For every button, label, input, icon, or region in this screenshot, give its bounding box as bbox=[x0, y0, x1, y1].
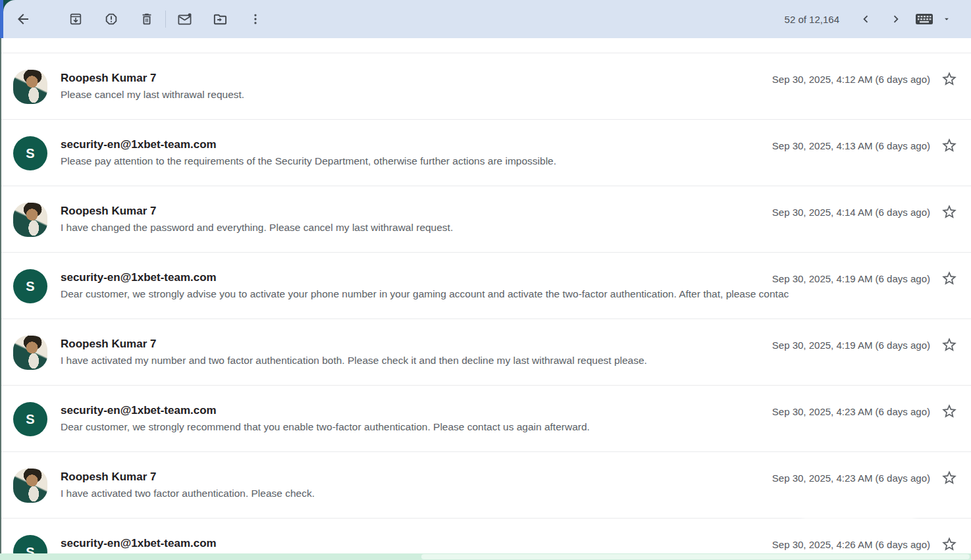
star-icon bbox=[941, 412, 958, 422]
message-snippet: I have activated my number and two facto… bbox=[61, 353, 827, 369]
toolbar-divider bbox=[165, 11, 166, 28]
input-tools-button[interactable] bbox=[913, 6, 935, 32]
message-list: Roopesh Kumar 7 Please cancel my last wi… bbox=[1, 38, 971, 560]
message-row[interactable]: Roopesh Kumar 7 I have changed the passw… bbox=[1, 186, 971, 252]
message-row[interactable]: Roopesh Kumar 7 Please cancel my last wi… bbox=[1, 53, 971, 119]
message-row[interactable]: Roopesh Kumar 7 I have activated two fac… bbox=[1, 451, 971, 518]
message-timestamp: Sep 30, 2025, 4:14 AM (6 days ago) bbox=[772, 205, 930, 220]
message-snippet: Dear customer, we strongly advise you to… bbox=[61, 286, 827, 302]
input-tools-dropdown-button[interactable] bbox=[938, 6, 955, 32]
move-to-button[interactable] bbox=[207, 6, 233, 32]
message-timestamp: Sep 30, 2025, 4:19 AM (6 days ago) bbox=[772, 338, 930, 353]
delete-icon bbox=[140, 12, 154, 26]
star-button[interactable] bbox=[941, 137, 958, 154]
star-button[interactable] bbox=[941, 270, 958, 287]
star-icon bbox=[941, 345, 958, 355]
dropdown-caret-icon bbox=[942, 14, 951, 24]
star-button[interactable] bbox=[941, 536, 958, 553]
message-timestamp: Sep 30, 2025, 4:23 AM (6 days ago) bbox=[772, 404, 930, 420]
back-icon bbox=[15, 11, 31, 27]
star-button[interactable] bbox=[941, 403, 958, 420]
sender-avatar-photo[interactable] bbox=[13, 70, 47, 104]
message-snippet: I have changed the password and everythi… bbox=[61, 220, 827, 236]
star-icon bbox=[941, 146, 958, 156]
message-row[interactable]: S security-en@1xbet-team.com Dear custom… bbox=[1, 385, 971, 451]
message-timestamp: Sep 30, 2025, 4:13 AM (6 days ago) bbox=[772, 138, 930, 154]
star-button[interactable] bbox=[941, 203, 958, 220]
bottom-edge-highlight bbox=[421, 554, 970, 559]
sender-avatar-photo[interactable] bbox=[13, 203, 47, 237]
chevron-right-icon bbox=[889, 12, 903, 26]
message-timestamp: Sep 30, 2025, 4:19 AM (6 days ago) bbox=[772, 271, 930, 287]
newer-conversation-button[interactable] bbox=[853, 6, 879, 32]
message-row[interactable]: Roopesh Kumar 7 I have activated my numb… bbox=[1, 318, 971, 385]
star-button[interactable] bbox=[941, 336, 958, 353]
sender-avatar-initial[interactable]: S bbox=[13, 402, 47, 436]
older-conversation-button[interactable] bbox=[883, 6, 909, 32]
move-to-folder-icon bbox=[213, 12, 228, 27]
sender-avatar-initial[interactable]: S bbox=[13, 136, 47, 170]
message-snippet: Dear customer, we strongly recommend tha… bbox=[61, 419, 827, 435]
more-options-button[interactable] bbox=[242, 6, 269, 32]
window-edge-line bbox=[0, 38, 1, 560]
pagination-counter: 52 of 12,164 bbox=[785, 14, 839, 25]
chevron-left-icon bbox=[858, 12, 873, 26]
message-row[interactable]: S security-en@1xbet-team.com Dear custom… bbox=[1, 252, 971, 318]
mark-unread-icon bbox=[177, 12, 192, 27]
report-spam-button[interactable] bbox=[98, 6, 124, 32]
star-icon bbox=[941, 80, 958, 89]
message-timestamp: Sep 30, 2025, 4:26 AM (6 days ago) bbox=[772, 537, 930, 553]
back-button[interactable] bbox=[10, 6, 36, 32]
thread-toolbar: 52 of 12,164 bbox=[3, 0, 971, 38]
message-timestamp: Sep 30, 2025, 4:23 AM (6 days ago) bbox=[772, 471, 930, 486]
report-spam-icon bbox=[104, 12, 118, 26]
message-snippet: Please pay attention to the requirements… bbox=[61, 153, 827, 169]
star-icon bbox=[941, 478, 958, 488]
star-button[interactable] bbox=[941, 70, 958, 88]
message-snippet: Please cancel my last withrawal request. bbox=[61, 87, 827, 103]
sender-avatar-photo[interactable] bbox=[13, 336, 47, 370]
message-row[interactable]: S security-en@1xbet-team.com Please pay … bbox=[1, 119, 971, 186]
star-button[interactable] bbox=[941, 469, 958, 486]
archive-button[interactable] bbox=[63, 6, 89, 32]
more-vert-icon bbox=[248, 12, 263, 26]
star-icon bbox=[941, 279, 958, 289]
archive-icon bbox=[68, 12, 83, 26]
message-snippet: I have activated two factor authenticati… bbox=[61, 486, 827, 501]
scroll-glare bbox=[804, 514, 913, 526]
mark-unread-button[interactable] bbox=[171, 6, 197, 32]
window-edge-accent bbox=[0, 0, 3, 38]
keyboard-icon bbox=[915, 13, 933, 26]
delete-button[interactable] bbox=[134, 6, 160, 32]
message-timestamp: Sep 30, 2025, 4:12 AM (6 days ago) bbox=[772, 72, 930, 88]
bottom-edge-strip bbox=[0, 553, 971, 560]
sender-avatar-photo[interactable] bbox=[13, 469, 47, 503]
star-icon bbox=[941, 213, 958, 222]
sender-avatar-initial[interactable]: S bbox=[13, 269, 47, 303]
